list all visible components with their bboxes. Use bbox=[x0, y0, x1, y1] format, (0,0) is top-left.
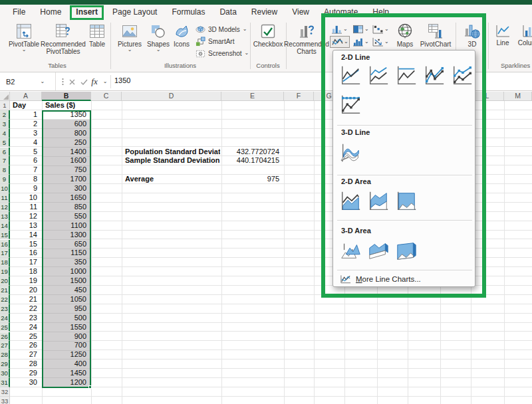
grid-vertical-line bbox=[314, 101, 315, 404]
screenshot-button[interactable]: Screenshot ⌄ bbox=[196, 48, 249, 58]
insert-hierarchy-chart-button[interactable]: ⌄ bbox=[351, 23, 371, 35]
tab-file[interactable]: File bbox=[5, 5, 33, 20]
row-header-30[interactable]: 30 bbox=[0, 369, 10, 378]
cancel-button[interactable] bbox=[66, 76, 77, 87]
chart-type-stacked-line-tile[interactable] bbox=[366, 63, 390, 88]
row-header-18[interactable]: 18 bbox=[0, 258, 10, 267]
recommended-pivottables-button[interactable]: Recommended PivotTables bbox=[41, 23, 85, 55]
row-header-3[interactable]: 3 bbox=[0, 120, 10, 129]
tab-home[interactable]: Home bbox=[33, 5, 68, 20]
chart-type-line-3d-tile[interactable] bbox=[338, 140, 362, 165]
cell-A22: 21 bbox=[10, 295, 40, 304]
row-header-7[interactable]: 7 bbox=[0, 156, 10, 165]
pivottable-button[interactable]: PivotTable ⌄ bbox=[7, 23, 41, 52]
row-header-25[interactable]: 25 bbox=[0, 323, 10, 332]
row-header-5[interactable]: 5 bbox=[0, 138, 10, 148]
row-header-23[interactable]: 23 bbox=[0, 304, 10, 314]
tab-data[interactable]: Data bbox=[212, 5, 243, 20]
tab-page-layout[interactable]: Page Layout bbox=[105, 5, 164, 20]
chevron-down-icon: ⌄ bbox=[103, 80, 108, 84]
row-header-14[interactable]: 14 bbox=[0, 221, 10, 231]
insert-waterfall-chart-button[interactable]: ⌄ bbox=[371, 23, 391, 35]
shapes-button[interactable]: Shapes ⌄ bbox=[145, 23, 172, 52]
column-header-B[interactable]: B bbox=[42, 92, 91, 101]
icons-button[interactable]: Icons bbox=[170, 23, 193, 48]
name-box[interactable]: B2 ⌄ bbox=[0, 72, 56, 90]
chart-type-stacked-area-3d-tile[interactable] bbox=[366, 239, 390, 264]
row-header-6[interactable]: 6 bbox=[0, 148, 10, 157]
tab-view[interactable]: View bbox=[285, 5, 317, 20]
smartart-button[interactable]: SmartArt bbox=[196, 36, 234, 47]
column-header-C[interactable]: C bbox=[91, 92, 122, 101]
row-header-8[interactable]: 8 bbox=[0, 165, 10, 175]
row-header-15[interactable]: 15 bbox=[0, 231, 10, 240]
tab-automate[interactable]: Automate bbox=[317, 5, 365, 20]
column-header-L[interactable]: L bbox=[471, 92, 504, 101]
chart-type-stacked-line-markers-tile[interactable] bbox=[450, 63, 474, 88]
row-header-13[interactable]: 13 bbox=[0, 212, 10, 221]
column-header-F[interactable]: F bbox=[284, 92, 314, 101]
chart-type-area-100-tile[interactable] bbox=[394, 189, 418, 214]
recommended-charts-button[interactable]: Recommended Charts bbox=[287, 23, 326, 55]
row-header-4[interactable]: 4 bbox=[0, 129, 10, 138]
row-header-10[interactable]: 10 bbox=[0, 184, 10, 193]
insert-statistic-chart-button[interactable]: ⌄ bbox=[351, 36, 371, 48]
3d-map-button[interactable]: 3D bbox=[459, 23, 485, 48]
insert-column-chart-button[interactable]: ⌄ bbox=[330, 23, 350, 35]
row-header-9[interactable]: 9 bbox=[0, 175, 10, 184]
row-header-21[interactable]: 21 bbox=[0, 286, 10, 295]
row-header-33[interactable]: 33 bbox=[0, 397, 10, 404]
insert-scatter-chart-button[interactable]: ⌄ bbox=[371, 36, 391, 48]
column-header-M[interactable]: M bbox=[504, 92, 532, 101]
chart-type-line-100-tile[interactable] bbox=[394, 63, 418, 88]
row-header-2[interactable]: 2 bbox=[0, 110, 10, 120]
maps-button[interactable]: Maps bbox=[392, 23, 418, 48]
row-header-32[interactable]: 32 bbox=[0, 387, 10, 397]
chart-type-line-markers-tile[interactable] bbox=[422, 63, 446, 88]
formula-input[interactable]: 1350 bbox=[114, 76, 130, 84]
pivotchart-button[interactable]: PivotChart bbox=[418, 23, 454, 48]
column-header-A[interactable]: A bbox=[10, 92, 42, 101]
row-header-20[interactable]: 20 bbox=[0, 276, 10, 286]
row-header-27[interactable]: 27 bbox=[0, 341, 10, 350]
more-line-charts-item[interactable]: More Line Charts... bbox=[340, 272, 421, 286]
row-header-28[interactable]: 28 bbox=[0, 350, 10, 359]
select-all-corner[interactable] bbox=[0, 92, 10, 101]
row-header-12[interactable]: 12 bbox=[0, 203, 10, 212]
tab-review[interactable]: Review bbox=[244, 5, 285, 20]
chart-type-line-100-markers-tile[interactable] bbox=[338, 92, 362, 118]
row-header-22[interactable]: 22 bbox=[0, 295, 10, 304]
chart-type-stacked-area-tile[interactable] bbox=[366, 189, 390, 214]
enter-button[interactable] bbox=[78, 76, 89, 87]
tab-label: Help bbox=[372, 7, 389, 17]
chart-type-line-tile[interactable] bbox=[338, 63, 362, 88]
row-header-19[interactable]: 19 bbox=[0, 267, 10, 276]
row-header-29[interactable]: 29 bbox=[0, 359, 10, 369]
row-header-26[interactable]: 26 bbox=[0, 332, 10, 342]
row-header-11[interactable]: 11 bbox=[0, 193, 10, 203]
insert-function-button[interactable]: fx bbox=[89, 76, 100, 87]
table-button[interactable]: Table bbox=[85, 23, 109, 48]
checkbox-button[interactable]: Checkbox bbox=[253, 23, 283, 48]
column-header-E[interactable]: E bbox=[221, 92, 284, 101]
chart-type-area-100-3d-tile[interactable] bbox=[394, 239, 418, 264]
formula-bar-chevron[interactable]: ⌄ bbox=[100, 76, 110, 87]
row-header-17[interactable]: 17 bbox=[0, 249, 10, 258]
row-header-31[interactable]: 31 bbox=[0, 378, 10, 387]
tab-help[interactable]: Help bbox=[365, 5, 396, 20]
tab-insert[interactable]: Insert bbox=[68, 5, 105, 20]
insert-line-chart-button[interactable]: ⌄ bbox=[330, 36, 350, 48]
3d-models-button[interactable]: 3D Models ⌄ bbox=[196, 24, 247, 35]
fx-icon: fx bbox=[91, 76, 97, 87]
row-header-1[interactable]: 1 bbox=[0, 101, 10, 110]
row-header-16[interactable]: 16 bbox=[0, 240, 10, 249]
chart-type-area-3d-tile[interactable] bbox=[338, 239, 362, 264]
row-header-24[interactable]: 24 bbox=[0, 314, 10, 323]
pictures-button[interactable]: Pictures ⌄ bbox=[114, 23, 145, 52]
column-header-D[interactable]: D bbox=[122, 92, 221, 101]
sparkline-line-button[interactable]: Line bbox=[492, 24, 513, 47]
sparkline-column-button[interactable]: Column bbox=[515, 24, 532, 47]
chart-type-area-tile[interactable] bbox=[338, 189, 362, 214]
tab-formulas[interactable]: Formulas bbox=[164, 5, 212, 20]
cell-B18: 350 bbox=[42, 258, 89, 267]
